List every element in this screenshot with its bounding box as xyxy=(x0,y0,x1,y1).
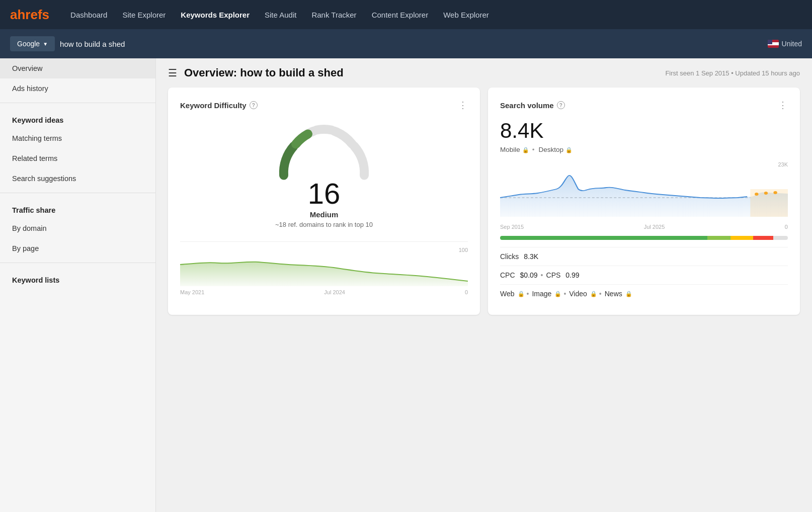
page-title: Overview: how to build a shed xyxy=(184,66,344,79)
sv-sep-1: • xyxy=(532,146,535,153)
nav-site-explorer[interactable]: Site Explorer xyxy=(116,8,172,22)
nav-content-explorer[interactable]: Content Explorer xyxy=(366,8,435,22)
search-engine-dropdown[interactable]: Google ▼ xyxy=(10,36,55,51)
sv-more-icon[interactable]: ⋮ xyxy=(778,100,788,111)
kd-gauge-container: 16 Medium ~18 ref. domains to rank in to… xyxy=(180,119,468,233)
web-lock-icon: 🔒 xyxy=(518,291,524,297)
progress-red xyxy=(753,236,773,240)
cpc-cps-sep: • xyxy=(541,271,543,279)
progress-light-green xyxy=(707,236,730,240)
cps-label: CPS xyxy=(546,271,561,279)
sidebar-item-overview[interactable]: Overview xyxy=(0,58,155,78)
kd-label: Medium xyxy=(310,210,339,219)
kd-gauge-svg xyxy=(274,124,374,184)
sep-2: • xyxy=(527,290,529,298)
clicks-value: 8.3K xyxy=(524,252,538,261)
cps-value: 0.99 xyxy=(565,271,579,279)
kd-card-header: Keyword Difficulty ? ⋮ xyxy=(180,100,468,111)
sidebar: Overview Ads history Keyword ideas Match… xyxy=(0,58,156,512)
mobile-lock-icon: 🔒 xyxy=(522,147,528,153)
content-area: ☰ Overview: how to build a shed First se… xyxy=(156,58,812,512)
sv-mobile-label: Mobile xyxy=(500,146,520,153)
kd-chart-min: 0 xyxy=(465,289,468,295)
video-label: Video xyxy=(569,290,587,298)
sidebar-section-keyword-ideas: Keyword ideas xyxy=(0,107,155,128)
nav-web-explorer[interactable]: Web Explorer xyxy=(437,8,495,22)
progress-gray xyxy=(773,236,788,240)
desktop-lock-icon: 🔒 xyxy=(565,147,572,153)
sv-breakdown: Mobile 🔒 • Desktop 🔒 xyxy=(500,146,788,153)
sv-chart-start: Sep 2015 xyxy=(500,224,524,230)
kd-chart-x-labels: May 2021 Jul 2024 0 xyxy=(180,289,468,295)
nav-dashboard[interactable]: Dashboard xyxy=(64,8,113,22)
flag-icon xyxy=(768,40,779,48)
sv-chart-area: 23K xyxy=(500,161,788,222)
page-meta: First seen 1 Sep 2015 • Updated 15 hours… xyxy=(665,69,800,77)
kd-card: Keyword Difficulty ? ⋮ xyxy=(168,88,480,315)
logo-rest: hrefs xyxy=(17,7,49,22)
main-layout: Overview Ads history Keyword ideas Match… xyxy=(0,58,812,512)
sep-4: • xyxy=(599,290,602,298)
search-bar: Google ▼ United xyxy=(0,29,812,58)
sv-number: 8.4K xyxy=(500,119,788,143)
clicks-label: Clicks xyxy=(500,252,519,261)
news-label: News xyxy=(605,290,622,298)
nav-keywords-explorer[interactable]: Keywords Explorer xyxy=(175,8,256,22)
nav-site-audit[interactable]: Site Audit xyxy=(259,8,302,22)
image-lock-icon: 🔒 xyxy=(554,291,560,297)
kd-chart-end: Jul 2024 xyxy=(324,289,345,295)
sidebar-item-matching-terms[interactable]: Matching terms xyxy=(0,128,155,148)
kd-sub: ~18 ref. domains to rank in top 10 xyxy=(275,221,373,228)
sv-help-icon[interactable]: ? xyxy=(557,101,565,109)
page-header: ☰ Overview: how to build a shed First se… xyxy=(156,58,812,88)
sv-chart-max: 23K xyxy=(778,161,788,167)
logo[interactable]: ahrefs xyxy=(10,7,49,23)
hamburger-icon[interactable]: ☰ xyxy=(168,68,177,78)
country-selector[interactable]: United xyxy=(768,40,802,48)
kd-history-svg xyxy=(180,247,468,286)
chevron-down-icon: ▼ xyxy=(43,41,48,47)
sidebar-item-ads-history[interactable]: Ads history xyxy=(0,78,155,99)
sv-desktop-label: Desktop xyxy=(539,146,564,153)
kd-area-fill xyxy=(180,262,468,286)
sv-chart-svg xyxy=(500,161,788,217)
sidebar-divider-1 xyxy=(0,103,155,103)
image-label: Image xyxy=(532,290,551,298)
kd-more-icon[interactable]: ⋮ xyxy=(458,100,468,111)
progress-green xyxy=(500,236,707,240)
sv-forecast-area xyxy=(750,189,788,217)
sep-3: • xyxy=(563,290,566,298)
progress-yellow xyxy=(730,236,754,240)
sidebar-item-by-domain[interactable]: By domain xyxy=(0,218,155,238)
sidebar-item-by-page[interactable]: By page xyxy=(0,238,155,259)
sv-card-title: Search volume ? xyxy=(500,101,565,110)
top-nav: ahrefs Dashboard Site Explorer Keywords … xyxy=(0,0,812,29)
news-lock-icon: 🔒 xyxy=(625,291,631,297)
sv-area-fill xyxy=(500,176,788,217)
sv-card-header: Search volume ? ⋮ xyxy=(500,100,788,111)
kd-chart-max: 100 xyxy=(459,247,468,253)
sidebar-item-search-suggestions[interactable]: Search suggestions xyxy=(0,168,155,189)
logo-a: a xyxy=(10,7,17,22)
nav-rank-tracker[interactable]: Rank Tracker xyxy=(305,8,362,22)
nav-links: Dashboard Site Explorer Keywords Explore… xyxy=(64,8,802,22)
clicks-row: Clicks 8.3K xyxy=(500,247,788,266)
kd-title-text: Keyword Difficulty xyxy=(180,101,247,110)
sidebar-section-keyword-lists: Keyword lists xyxy=(0,267,155,288)
cpc-value: $0.09 xyxy=(520,271,538,279)
kd-number: 16 xyxy=(308,179,341,208)
sv-card: Search volume ? ⋮ 8.4K Mobile 🔒 • Deskto… xyxy=(488,88,800,315)
sv-x-labels: Sep 2015 Jul 2025 0 xyxy=(500,224,788,230)
cards-grid: Keyword Difficulty ? ⋮ xyxy=(156,88,812,327)
serp-types-row: Web 🔒 • Image 🔒 • Video 🔒 • News 🔒 xyxy=(500,284,788,303)
kd-history-chart: 100 May xyxy=(180,241,468,295)
kd-chart-start: May 2021 xyxy=(180,289,204,295)
search-input[interactable] xyxy=(60,40,762,48)
kd-help-icon[interactable]: ? xyxy=(250,101,258,109)
cpc-cps-row: CPC $0.09 • CPS 0.99 xyxy=(500,266,788,284)
sv-chart-end: Jul 2025 xyxy=(644,224,665,230)
web-label: Web xyxy=(500,290,515,298)
sidebar-item-related-terms[interactable]: Related terms xyxy=(0,148,155,168)
cpc-label: CPC xyxy=(500,271,515,279)
search-engine-label: Google xyxy=(17,40,40,48)
